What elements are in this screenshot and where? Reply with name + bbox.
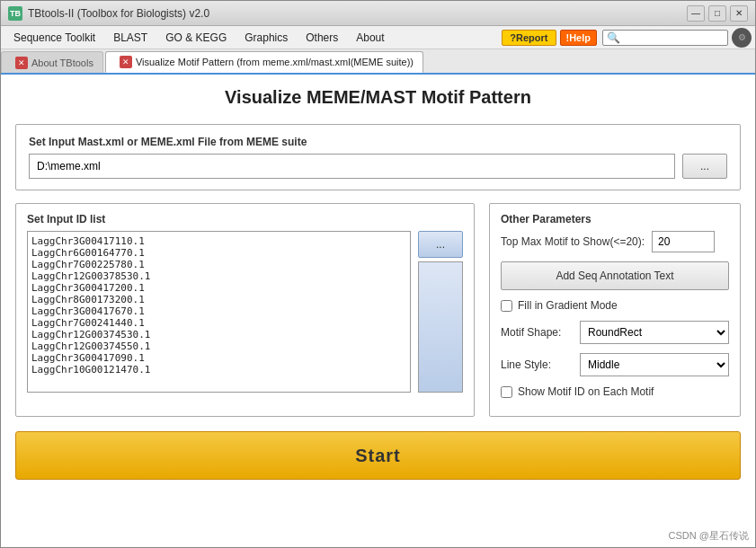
id-list-textarea[interactable]: LaggChr3G00417110.1 LaggChr6G00164770.1 … bbox=[27, 231, 411, 393]
id-list-section: Set Input ID list LaggChr3G00417110.1 La… bbox=[15, 203, 475, 417]
app-icon: TB bbox=[8, 6, 22, 21]
tab-visualize-motif[interactable]: ✕ Visualize Motif Pattern (from meme.xml… bbox=[105, 51, 423, 73]
fill-gradient-row: Fill in Gradient Mode bbox=[501, 299, 729, 312]
motif-shape-select[interactable]: RoundRect Rect Diamond Arrow bbox=[580, 321, 729, 344]
menu-go-kegg[interactable]: GO & KEGG bbox=[156, 29, 236, 47]
watermark: CSDN @星石传说 bbox=[669, 529, 749, 543]
add-seq-annotation-button[interactable]: Add Seq Annotation Text bbox=[501, 261, 729, 290]
fill-gradient-label: Fill in Gradient Mode bbox=[518, 299, 618, 312]
page-title: Visualize MEME/MAST Motif Pattern bbox=[15, 87, 741, 108]
line-style-label: Line Style: bbox=[501, 358, 573, 371]
motif-shape-row: Motif Shape: RoundRect Rect Diamond Arro… bbox=[501, 321, 729, 344]
tab-visualize-close[interactable]: ✕ bbox=[120, 56, 132, 68]
menu-others[interactable]: Others bbox=[297, 29, 347, 47]
top-max-label: Top Max Motif to Show(<=20): bbox=[501, 235, 645, 248]
start-button[interactable]: Start bbox=[15, 431, 741, 480]
file-path-input[interactable] bbox=[29, 154, 675, 179]
title-bar: TB TBtools-II (Toolbox for Biologists) v… bbox=[1, 1, 755, 26]
id-list-label: Set Input ID list bbox=[27, 213, 463, 225]
help-button[interactable]: !Help bbox=[560, 30, 598, 46]
top-max-row: Top Max Motif to Show(<=20): bbox=[501, 231, 729, 252]
minimize-button[interactable]: — bbox=[687, 5, 705, 22]
main-content: Visualize MEME/MAST Motif Pattern Set In… bbox=[1, 75, 755, 547]
other-params-panel: Other Parameters Top Max Motif to Show(<… bbox=[489, 203, 741, 417]
motif-shape-label: Motif Shape: bbox=[501, 326, 573, 339]
search-area: 🔍 bbox=[602, 30, 728, 46]
tab-about-close[interactable]: ✕ bbox=[15, 57, 28, 69]
file-section-label: Set Input Mast.xml or MEME.xml File from… bbox=[29, 136, 727, 148]
maximize-button[interactable]: □ bbox=[708, 5, 726, 22]
menu-blast[interactable]: BLAST bbox=[104, 29, 156, 47]
file-browse-button[interactable]: ... bbox=[682, 154, 727, 179]
close-button[interactable]: ✕ bbox=[730, 5, 748, 22]
line-style-select[interactable]: Middle Top Bottom bbox=[580, 353, 729, 376]
window-controls: — □ ✕ bbox=[687, 5, 748, 22]
search-icon: 🔍 bbox=[607, 31, 620, 44]
settings-button[interactable]: ⚙ bbox=[732, 28, 752, 48]
menu-bar: Sequence Toolkit BLAST GO & KEGG Graphic… bbox=[1, 26, 755, 49]
fill-gradient-checkbox[interactable] bbox=[501, 300, 512, 312]
report-button[interactable]: ?Report bbox=[502, 30, 556, 46]
start-btn-wrapper: Start bbox=[15, 431, 741, 480]
tabs-bar: ✕ About TBtools ✕ Visualize Motif Patter… bbox=[1, 49, 755, 75]
show-motif-id-row: Show Motif ID on Each Motif bbox=[501, 385, 729, 398]
menu-graphics[interactable]: Graphics bbox=[236, 29, 297, 47]
list-side-panel bbox=[418, 261, 463, 393]
file-input-section: Set Input Mast.xml or MEME.xml File from… bbox=[15, 124, 741, 190]
line-style-row: Line Style: Middle Top Bottom bbox=[501, 353, 729, 376]
show-motif-id-label: Show Motif ID on Each Motif bbox=[518, 385, 654, 398]
other-params-label: Other Parameters bbox=[501, 213, 729, 225]
list-middle-button[interactable]: ... bbox=[418, 231, 463, 258]
top-max-input[interactable] bbox=[652, 231, 715, 252]
menu-sequence-toolkit[interactable]: Sequence Toolkit bbox=[4, 29, 104, 47]
window-title: TBtools-II (Toolbox for Biologists) v2.0 bbox=[28, 7, 687, 20]
show-motif-id-checkbox[interactable] bbox=[501, 386, 512, 398]
search-input[interactable] bbox=[623, 32, 722, 43]
menu-about[interactable]: About bbox=[347, 29, 393, 47]
tab-about-tbtools[interactable]: ✕ About TBtools bbox=[1, 51, 103, 73]
